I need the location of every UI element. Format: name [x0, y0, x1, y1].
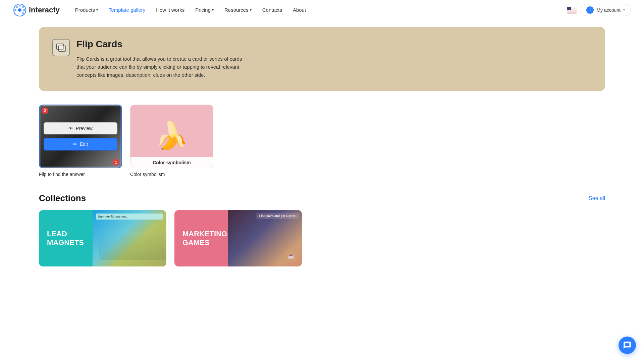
card-thumb-2[interactable]: 🍌 Color symbolism — [130, 105, 213, 168]
logo-text: interacty — [29, 6, 60, 14]
color-symbolism-overlay: Color symbolism — [130, 157, 213, 168]
nav-contacts[interactable]: Contacts — [258, 4, 287, 15]
svg-point-7 — [14, 9, 16, 11]
edit-button[interactable]: ✏ Edit — [44, 138, 117, 150]
svg-point-6 — [16, 6, 18, 8]
products-caret-icon: ▾ — [96, 8, 98, 12]
nav-template-gallery[interactable]: Template gallery — [104, 4, 150, 15]
collection-lead-magnets[interactable]: LEADMAGNETS Summer fitness ma... — [39, 210, 166, 266]
marketing-games-text: MARKETINGGAMES — [182, 230, 227, 247]
eye-icon: 👁 — [68, 126, 73, 131]
lead-magnets-text: LEADMAGNETS — [47, 230, 84, 247]
svg-rect-17 — [58, 46, 66, 51]
lead-magnets-image: Summer fitness ma... — [93, 210, 166, 266]
banana-icon: 🍌 — [155, 122, 189, 149]
svg-point-1 — [18, 8, 21, 12]
pencil-icon: ✏ — [73, 141, 77, 147]
svg-point-3 — [22, 6, 24, 8]
flip-cards-icon — [52, 39, 70, 56]
cards-grid: 2 👁 Preview ✏ Edit 1 Flip to find the an… — [39, 105, 605, 177]
main-content: Flip Cards Flip Cards is a great tool th… — [0, 27, 644, 266]
my-account-button[interactable]: i My account ▾ — [581, 4, 631, 16]
svg-rect-15 — [567, 7, 571, 10]
flip-cards-content: Flip Cards Flip Cards is a great tool th… — [76, 39, 244, 79]
svg-rect-13 — [567, 11, 577, 12]
nav-products[interactable]: Products ▾ — [70, 4, 103, 15]
nav-about[interactable]: About — [288, 4, 311, 15]
card-item-1: 2 👁 Preview ✏ Edit 1 Flip to find the an… — [39, 105, 122, 177]
svg-rect-14 — [567, 12, 577, 13]
flip-cards-title: Flip Cards — [76, 39, 244, 50]
svg-rect-12 — [567, 10, 577, 11]
card-thumb-1[interactable]: 2 👁 Preview ✏ Edit 1 — [39, 105, 122, 168]
svg-point-4 — [23, 9, 25, 11]
navbar: interacty Products ▾ Template gallery Ho… — [0, 0, 644, 20]
resources-caret-icon: ▾ — [250, 8, 252, 12]
nav-right: i My account ▾ — [567, 4, 631, 16]
collections-grid: LEADMAGNETS Summer fitness ma... MARKETI… — [39, 210, 605, 266]
svg-point-5 — [22, 12, 24, 14]
card-item-2: 🍌 Color symbolism Color symbolism — [130, 105, 213, 177]
account-info-icon: i — [586, 6, 594, 14]
card-overlay: 👁 Preview ✏ Edit — [40, 105, 121, 168]
logo-link[interactable]: interacty — [13, 4, 60, 16]
card-caption-2: Color symbolism — [130, 172, 213, 177]
card-caption-1: Flip to find the answer — [39, 172, 122, 177]
svg-point-2 — [19, 5, 21, 7]
marketing-games-image: Find pairs and get a prize! ☕ — [228, 210, 302, 266]
badge-1: 1 — [113, 159, 119, 166]
flip-cards-hero: Flip Cards Flip Cards is a great tool th… — [39, 27, 605, 91]
flip-cards-description: Flip Cards is a great tool that allows y… — [76, 55, 244, 79]
nav-resources[interactable]: Resources ▾ — [220, 4, 256, 15]
nav-pricing[interactable]: Pricing ▾ — [191, 4, 218, 15]
account-caret-icon: ▾ — [623, 8, 625, 12]
logo-icon — [13, 4, 26, 16]
see-all-link[interactable]: See all — [589, 195, 605, 201]
nav-links: Products ▾ Template gallery How it works… — [70, 4, 568, 15]
nav-how-it-works[interactable]: How it works — [151, 4, 189, 15]
collection-marketing-games[interactable]: MARKETINGGAMES Find pairs and get a priz… — [174, 210, 302, 266]
collections-section: Collections See all LEADMAGNETS Summer f… — [39, 193, 605, 266]
collections-header: Collections See all — [39, 193, 605, 203]
pricing-caret-icon: ▾ — [212, 8, 214, 12]
language-flag[interactable] — [567, 7, 577, 13]
collections-title: Collections — [39, 193, 86, 203]
preview-button[interactable]: 👁 Preview — [44, 122, 117, 134]
